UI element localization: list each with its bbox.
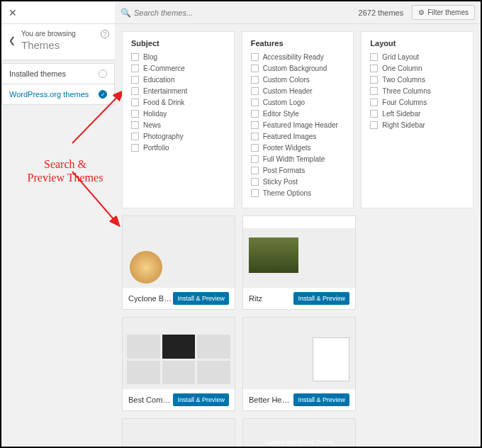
checkbox-label: Custom Colors: [263, 76, 310, 84]
help-icon[interactable]: ?: [101, 30, 109, 38]
checkbox-label: News: [143, 121, 161, 129]
checkbox-label: Accessibility Ready: [263, 53, 324, 61]
checkbox-icon: [251, 178, 259, 186]
checkbox-label: Editor Style: [263, 110, 299, 118]
theme-card[interactable]: Better HealthInstall & Preview: [242, 317, 356, 411]
filter-checkbox[interactable]: E-Commerce: [131, 65, 225, 72]
theme-thumbnail: Optimal WordPress Theme: [243, 419, 355, 447]
install-preview-button[interactable]: Install & Preview: [293, 292, 349, 305]
filter-checkbox[interactable]: News: [131, 121, 225, 129]
filter-checkbox[interactable]: Three Columns: [370, 87, 464, 95]
filter-checkbox[interactable]: Custom Colors: [251, 76, 345, 84]
filter-checkbox[interactable]: Custom Logo: [251, 99, 345, 106]
topbar: 🔍 2672 themes ⚙ Filter themes: [115, 1, 481, 24]
filter-checkbox[interactable]: Four Columns: [370, 99, 464, 106]
checkbox-label: Post Formats: [263, 167, 305, 174]
checkbox-label: Featured Images: [263, 133, 317, 140]
filter-checkbox[interactable]: Post Formats: [251, 167, 345, 174]
filter-checkbox[interactable]: Grid Layout: [370, 53, 464, 61]
theme-thumbnail: [123, 419, 235, 447]
checkbox-icon: [251, 167, 259, 174]
sidebar-item-wporg[interactable]: WordPress.org themes ✓: [1, 84, 115, 105]
search-icon: 🔍: [120, 8, 131, 18]
filter-checkbox[interactable]: Entertainment: [131, 87, 225, 95]
browsing-title: Themes: [21, 39, 108, 51]
checkbox-icon: [251, 144, 259, 152]
checkbox-icon: [251, 155, 259, 163]
filter-checkbox[interactable]: Holiday: [131, 110, 225, 118]
checkbox-icon: [131, 99, 139, 106]
filter-checkbox[interactable]: Left Sidebar: [370, 110, 464, 118]
checkbox-label: Food & Drink: [143, 99, 184, 106]
filter-checkbox[interactable]: Right Sidebar: [370, 121, 464, 129]
checkbox-label: Sticky Post: [263, 178, 298, 186]
browsing-label: You are browsing: [21, 30, 108, 38]
filter-themes-button[interactable]: ⚙ Filter themes: [412, 5, 475, 20]
sidebar-item-label: WordPress.org themes: [9, 90, 89, 99]
filter-checkbox[interactable]: Featured Images: [251, 133, 345, 140]
checkbox-label: Education: [143, 76, 174, 84]
back-icon[interactable]: ❮: [9, 35, 16, 45]
filter-checkbox[interactable]: Food & Drink: [131, 99, 225, 106]
filter-checkbox[interactable]: Footer Widgets: [251, 144, 345, 152]
checkbox-icon: [251, 133, 259, 140]
theme-card[interactable]: Best CommerceInstall & Preview: [122, 317, 235, 411]
filter-checkbox[interactable]: Custom Background: [251, 65, 345, 72]
filter-checkbox[interactable]: Photography: [131, 133, 225, 140]
theme-card[interactable]: RitzInstall & Preview: [242, 215, 356, 310]
install-preview-button[interactable]: Install & Preview: [293, 393, 349, 406]
checkbox-label: Custom Header: [263, 87, 313, 95]
checkbox-icon: [131, 87, 139, 95]
filter-checkbox[interactable]: Blog: [131, 53, 225, 61]
filter-checkbox[interactable]: Theme Options: [251, 189, 345, 197]
theme-name: Cyclone Blog: [128, 294, 173, 303]
checkbox-icon: [370, 99, 378, 106]
checkbox-icon: [131, 144, 139, 152]
checkbox-label: Two Columns: [382, 76, 425, 84]
checkbox-icon: [370, 110, 378, 118]
sidebar-item-installed[interactable]: Installed themes: [1, 63, 115, 84]
checkbox-icon: [370, 65, 378, 72]
checkbox-label: Entertainment: [143, 87, 187, 95]
checkbox-icon: [131, 53, 139, 61]
theme-card[interactable]: Optimal WordPress ThemeOptimalInstall & …: [242, 418, 356, 447]
filter-features: Features Accessibility ReadyCustom Backg…: [242, 31, 354, 208]
checkbox-label: Photography: [143, 133, 184, 140]
filter-checkbox[interactable]: Custom Header: [251, 87, 345, 95]
checkbox-icon: [131, 133, 139, 140]
filter-subject: Subject BlogE-CommerceEducationEntertain…: [122, 31, 235, 208]
checkbox-label: Grid Layout: [382, 53, 419, 61]
install-preview-button[interactable]: Install & Preview: [173, 292, 229, 305]
checkbox-label: One Column: [382, 65, 422, 72]
checkbox-icon: [370, 121, 378, 129]
theme-card[interactable]: Cyclone BlogInstall & Preview: [122, 215, 235, 310]
checkbox-icon: [251, 189, 259, 197]
filter-checkbox[interactable]: Sticky Post: [251, 178, 345, 186]
filter-checkbox[interactable]: One Column: [370, 65, 464, 72]
filter-button-label: Filter themes: [427, 9, 469, 16]
filter-checkbox[interactable]: Editor Style: [251, 110, 345, 118]
filter-checkbox[interactable]: Accessibility Ready: [251, 53, 345, 61]
filter-checkbox[interactable]: Featured Image Header: [251, 121, 345, 129]
install-preview-button[interactable]: Install & Preview: [173, 393, 229, 406]
filter-checkbox[interactable]: Education: [131, 76, 225, 84]
theme-name: Ritz: [249, 294, 262, 303]
checkbox-icon: [251, 65, 259, 72]
theme-card[interactable]: FashionPointInstall & Preview: [122, 418, 235, 447]
filter-checkbox[interactable]: Full Width Template: [251, 155, 345, 163]
checkbox-icon: [251, 110, 259, 118]
sidebar-item-label: Installed themes: [9, 69, 66, 78]
search-input[interactable]: [134, 9, 276, 17]
theme-count: 2672 themes: [359, 9, 404, 17]
filter-checkbox[interactable]: Portfolio: [131, 144, 225, 152]
radio-icon: [99, 69, 107, 78]
checkbox-label: Footer Widgets: [263, 144, 311, 152]
theme-thumbnail: [243, 318, 355, 388]
theme-name: Better Health: [249, 396, 293, 404]
checkbox-label: Custom Background: [263, 65, 327, 72]
checkbox-icon: [370, 53, 378, 61]
close-icon[interactable]: ✕: [9, 7, 17, 18]
filter-checkbox[interactable]: Two Columns: [370, 76, 464, 84]
checkbox-icon: [131, 121, 139, 129]
filter-layout: Layout Grid LayoutOne ColumnTwo ColumnsT…: [361, 31, 473, 208]
